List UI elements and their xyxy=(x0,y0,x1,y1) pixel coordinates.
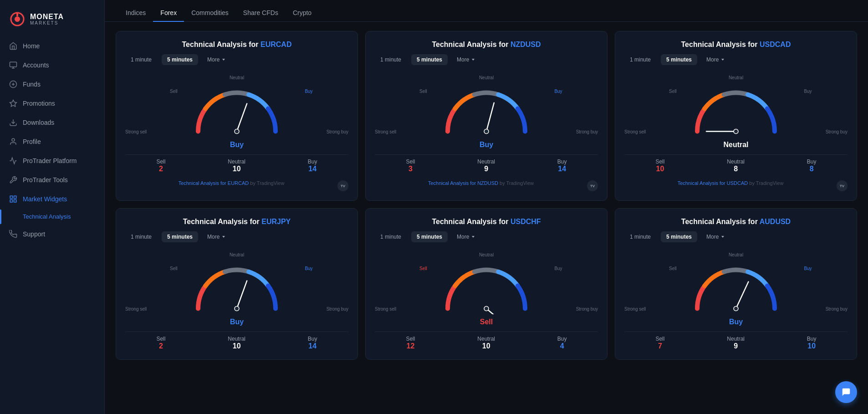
widgets-grid: Technical Analysis for EURCAD 1 minute 5… xyxy=(116,31,857,360)
gauge-labels-usdchf: Neutral Sell Buy Strong sell Strong buy xyxy=(375,252,598,316)
svg-marker-10 xyxy=(10,100,17,107)
stats-row-usdcad: Sell 10 Neutral 8 Buy 8 xyxy=(624,154,848,173)
sell-label-usdcad: Sell xyxy=(669,89,677,94)
footer-link-usdcad[interactable]: Technical Analysis for USDCAD xyxy=(678,180,748,186)
strong-buy-label-usdcad: Strong buy xyxy=(826,129,848,134)
footer-link-eurcad[interactable]: Technical Analysis for EURCAD xyxy=(179,180,249,186)
content-area: Technical Analysis for EURCAD 1 minute 5… xyxy=(105,22,868,414)
time-btn-5min-eurjpy[interactable]: 5 minutes xyxy=(162,231,198,242)
sidebar-item-market-widgets[interactable]: Market Widgets xyxy=(0,189,104,209)
sidebar-item-support[interactable]: Support xyxy=(0,225,104,244)
svg-line-25 xyxy=(486,309,509,315)
buy-label-usdcad: Buy xyxy=(804,89,812,94)
stat-sell-nzdusd: Sell 3 xyxy=(406,158,415,173)
sidebar-item-profile[interactable]: Profile xyxy=(0,132,104,151)
sidebar-item-downloads[interactable]: Downloads xyxy=(0,113,104,132)
more-btn-usdchf[interactable]: More xyxy=(452,231,480,242)
stat-buy-usdchf: Buy 4 xyxy=(557,336,567,350)
sidebar-subitem-technical-analysis[interactable]: Technical Analysis xyxy=(0,209,104,225)
svg-point-20 xyxy=(484,129,489,134)
sidebar-item-protrader-tools[interactable]: ProTrader Tools xyxy=(0,170,104,189)
time-btn-5min-nzdusd[interactable]: 5 minutes xyxy=(411,54,448,65)
widget-pair-usdcad: USDCAD xyxy=(760,41,791,48)
buy-label-eurjpy: Buy xyxy=(305,266,312,271)
widget-pair-usdchf: USDCHF xyxy=(511,218,541,225)
widgets-icon xyxy=(9,195,17,203)
time-btn-5min-usdcad[interactable]: 5 minutes xyxy=(661,54,697,65)
svg-rect-13 xyxy=(10,196,12,198)
more-btn-eurcad[interactable]: More xyxy=(203,54,230,65)
gauge-labels-eurjpy: Neutral Sell Buy Strong sell Strong buy xyxy=(125,252,348,316)
neutral-label-audusd: Neutral xyxy=(729,252,743,257)
gauge-reading-eurjpy: Buy xyxy=(230,318,244,326)
time-btn-1min-usdcad[interactable]: 1 minute xyxy=(624,54,656,65)
time-btn-1min-eurcad[interactable]: 1 minute xyxy=(125,54,157,65)
top-nav-forex[interactable]: Forex xyxy=(153,5,184,22)
more-btn-eurjpy[interactable]: More xyxy=(203,231,230,242)
more-btn-usdcad[interactable]: More xyxy=(702,54,730,65)
sidebar: MONETA MARKETS Home Accounts Funds Promo… xyxy=(0,0,105,414)
time-btn-1min-usdchf[interactable]: 1 minute xyxy=(375,231,407,242)
gauge-labels-nzdusd: Neutral Sell Buy Strong sell Strong buy xyxy=(375,75,598,139)
top-nav-indices[interactable]: Indices xyxy=(118,5,153,22)
protrader-icon xyxy=(9,157,17,165)
svg-rect-16 xyxy=(14,200,16,202)
support-icon xyxy=(9,230,17,238)
sidebar-item-protrader-platform[interactable]: ProTrader Platform xyxy=(0,151,104,170)
strong-sell-label-usdchf: Strong sell xyxy=(375,307,396,312)
top-nav-crypto[interactable]: Crypto xyxy=(286,5,319,22)
time-btn-5min-usdchf[interactable]: 5 minutes xyxy=(411,231,448,242)
sell-label-audusd: Sell xyxy=(669,266,677,271)
sidebar-item-accounts[interactable]: Accounts xyxy=(0,56,104,75)
sidebar-item-home[interactable]: Home xyxy=(0,36,104,56)
footer-link-nzdusd[interactable]: Technical Analysis for NZDUSD xyxy=(428,180,498,186)
widget-card-eurjpy: Technical Analysis for EURJPY 1 minute 5… xyxy=(116,208,358,360)
stat-sell-audusd: Sell 7 xyxy=(655,336,664,350)
buy-label-usdchf: Buy xyxy=(554,266,562,271)
gauge-container-eurcad: Neutral Sell Buy Strong sell Strong buy … xyxy=(125,71,348,149)
sell-label-usdchf: Sell xyxy=(419,266,427,271)
gauge-svg xyxy=(436,260,536,314)
logo-icon xyxy=(9,11,26,27)
time-btn-1min-audusd[interactable]: 1 minute xyxy=(624,231,656,242)
sell-label-eurcad: Sell xyxy=(170,89,178,94)
chevron-down-icon xyxy=(720,235,725,239)
svg-line-23 xyxy=(237,281,247,308)
time-btn-1min-eurjpy[interactable]: 1 minute xyxy=(125,231,157,242)
stats-row-eurcad: Sell 2 Neutral 10 Buy 14 xyxy=(125,154,348,173)
gauge-reading-nzdusd: Buy xyxy=(480,141,493,149)
svg-point-22 xyxy=(734,129,738,134)
top-nav-commodities[interactable]: Commodities xyxy=(184,5,236,22)
time-btn-1min-nzdusd[interactable]: 1 minute xyxy=(375,54,407,65)
time-btn-5min-eurcad[interactable]: 5 minutes xyxy=(162,54,198,65)
strong-buy-label-eurjpy: Strong buy xyxy=(327,307,348,312)
gauge-reading-usdchf: Sell xyxy=(480,318,493,326)
home-icon xyxy=(9,42,17,50)
tv-badge-eurcad: TV xyxy=(337,180,348,191)
stat-sell-usdchf: Sell 12 xyxy=(406,336,415,350)
neutral-label-usdchf: Neutral xyxy=(479,252,494,257)
stats-row-usdchf: Sell 12 Neutral 10 Buy 4 xyxy=(375,332,598,350)
gauge-container-audusd: Neutral Sell Buy Strong sell Strong buy … xyxy=(624,248,848,326)
time-btn-5min-audusd[interactable]: 5 minutes xyxy=(661,231,697,242)
strong-buy-label-eurcad: Strong buy xyxy=(327,129,348,134)
widget-controls-eurcad: 1 minute 5 minutes More xyxy=(125,54,348,65)
widget-card-nzdusd: Technical Analysis for NZDUSD 1 minute 5… xyxy=(365,31,608,201)
promotions-icon xyxy=(9,99,17,107)
widget-title-eurjpy: Technical Analysis for EURJPY xyxy=(125,218,348,226)
svg-rect-4 xyxy=(10,62,17,67)
profile-icon xyxy=(9,138,17,146)
stat-sell-eurjpy: Sell 2 xyxy=(156,336,165,350)
chat-button[interactable] xyxy=(835,381,857,403)
widget-title-audusd: Technical Analysis for AUDUSD xyxy=(624,218,848,226)
more-btn-nzdusd[interactable]: More xyxy=(452,54,480,65)
stat-buy-eurjpy: Buy 14 xyxy=(308,336,317,350)
top-nav-share-cfds[interactable]: Share CFDs xyxy=(236,5,286,22)
stat-buy-audusd: Buy 10 xyxy=(807,336,817,350)
svg-point-18 xyxy=(235,129,239,134)
sidebar-item-promotions[interactable]: Promotions xyxy=(0,94,104,113)
stats-row-audusd: Sell 7 Neutral 9 Buy 10 xyxy=(624,332,848,350)
more-btn-audusd[interactable]: More xyxy=(702,231,730,242)
accounts-icon xyxy=(9,61,17,69)
sidebar-item-funds[interactable]: Funds xyxy=(0,75,104,94)
